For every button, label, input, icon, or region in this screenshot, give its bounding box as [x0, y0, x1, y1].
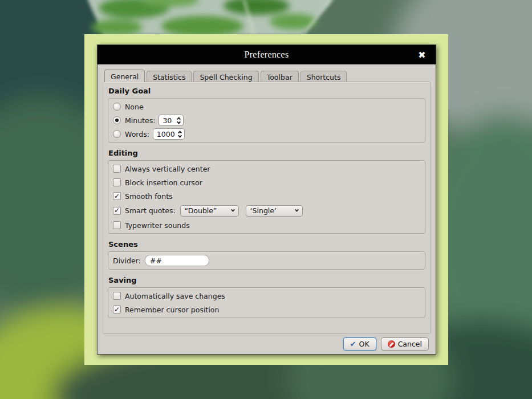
tab-label: Toolbar — [267, 73, 293, 82]
checkbox-row-remember-cursor[interactable]: ✓ Remember cursor position — [113, 303, 420, 316]
ok-button-label: OK — [359, 340, 369, 348]
divider-row: Divider: — [113, 253, 420, 268]
divider-label: Divider: — [113, 256, 141, 265]
checkbox-row-smart-quotes[interactable]: ✓ Smart quotes: “Double” ‘Single’ — [113, 203, 420, 218]
dialog-titlebar: Preferences ✖ — [98, 45, 436, 64]
minutes-spinbox-input[interactable] — [159, 116, 176, 125]
section-heading-saving: Saving — [108, 276, 425, 284]
ok-button[interactable]: ✔ OK — [343, 337, 376, 351]
checkbox-label: Typewriter sounds — [125, 221, 190, 230]
cancel-button-label: Cancel — [398, 340, 422, 348]
spinner-arrows-icon[interactable] — [177, 117, 180, 124]
radio-label: Minutes: — [125, 116, 155, 125]
radio-label: None — [125, 103, 144, 111]
checkbox-smart-quotes[interactable]: ✓ — [113, 207, 121, 215]
saving-group: ✓ Automatically save changes ✓ Remember … — [108, 287, 425, 318]
checkbox-vert-center[interactable]: ✓ — [113, 165, 121, 173]
chevron-down-icon — [295, 208, 299, 212]
tab-spell-checking[interactable]: Spell Checking — [193, 71, 258, 82]
editing-group: ✓ Always vertically center ✓ Block inser… — [108, 160, 425, 234]
minutes-spinbox[interactable] — [159, 115, 184, 126]
tab-general[interactable]: General — [104, 70, 145, 82]
checkbox-label: Automatically save changes — [125, 292, 225, 300]
preferences-tabs: General Statistics Spell Checking Toolba… — [104, 70, 348, 82]
checkbox-label: Always vertically center — [125, 165, 210, 173]
checkbox-smooth-fonts[interactable]: ✓ — [113, 192, 121, 200]
checkbox-label: Block insertion cursor — [125, 178, 202, 187]
checkbox-row-vert-center[interactable]: ✓ Always vertically center — [113, 162, 420, 176]
tab-label: Statistics — [153, 73, 185, 82]
radio-row-minutes[interactable]: Minutes: — [113, 113, 420, 127]
daily-goal-group: None Minutes: Words: — [108, 98, 425, 142]
radio-row-words[interactable]: Words: — [113, 127, 420, 141]
words-spinbox[interactable] — [153, 128, 185, 140]
radio-words[interactable] — [113, 130, 121, 138]
checkbox-row-typewriter[interactable]: ✓ Typewriter sounds — [113, 218, 420, 232]
single-quotes-select[interactable]: ‘Single’ — [246, 205, 303, 217]
checkbox-row-block-cursor[interactable]: ✓ Block insertion cursor — [113, 176, 420, 189]
section-heading-editing: Editing — [108, 149, 425, 157]
checkbox-row-autosave[interactable]: ✓ Automatically save changes — [113, 289, 420, 303]
theme-page-frame: Preferences ✖ General Statistics Spell C… — [84, 34, 448, 365]
checkbox-block-cursor[interactable]: ✓ — [113, 178, 121, 186]
close-icon[interactable]: ✖ — [416, 48, 428, 61]
checkbox-label: Smart quotes: — [125, 206, 176, 215]
tab-shortcuts[interactable]: Shortcuts — [300, 71, 347, 82]
radio-row-none[interactable]: None — [113, 100, 420, 113]
single-quotes-value: ‘Single’ — [250, 206, 277, 215]
double-quotes-value: “Double” — [185, 206, 217, 215]
words-spinbox-input[interactable] — [153, 130, 177, 139]
chevron-down-icon — [231, 208, 235, 212]
checkbox-label: Remember cursor position — [125, 306, 219, 314]
tab-panel-general: Daily Goal None Minutes: Words: — [103, 82, 431, 334]
tab-label: Shortcuts — [307, 73, 341, 82]
scenes-group: Divider: — [108, 251, 425, 270]
checkbox-autosave[interactable]: ✓ — [113, 292, 121, 300]
tab-label: Spell Checking — [200, 73, 252, 82]
checkbox-remember-cursor[interactable]: ✓ — [113, 306, 121, 314]
dialog-title: Preferences — [245, 50, 289, 60]
checkbox-typewriter[interactable]: ✓ — [113, 221, 121, 229]
section-heading-scenes: Scenes — [108, 240, 425, 249]
tab-toolbar[interactable]: Toolbar — [261, 71, 299, 82]
radio-none[interactable] — [113, 103, 121, 111]
dialog-button-row: ✔ OK Cancel — [343, 337, 429, 351]
tab-label: General — [111, 72, 139, 81]
double-quotes-select[interactable]: “Double” — [180, 205, 239, 217]
cancel-no-entry-icon — [388, 340, 395, 348]
ok-check-icon: ✔ — [350, 340, 356, 348]
section-heading-daily-goal: Daily Goal — [108, 87, 425, 95]
cancel-button[interactable]: Cancel — [381, 337, 429, 351]
checkbox-row-smooth-fonts[interactable]: ✓ Smooth fonts — [113, 189, 420, 203]
tab-statistics[interactable]: Statistics — [147, 71, 192, 82]
radio-minutes[interactable] — [113, 116, 121, 124]
spinner-arrows-icon[interactable] — [178, 131, 181, 138]
divider-input[interactable] — [145, 255, 209, 266]
radio-label: Words: — [125, 130, 149, 139]
preferences-dialog: Preferences ✖ General Statistics Spell C… — [97, 44, 436, 355]
checkbox-label: Smooth fonts — [125, 192, 173, 201]
